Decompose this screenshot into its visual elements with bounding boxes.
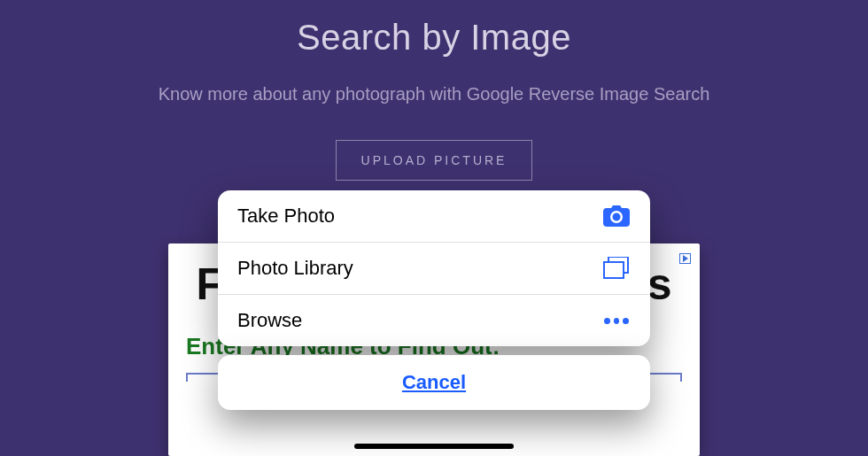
page-title: Search by Image — [0, 0, 868, 58]
svg-rect-1 — [604, 262, 624, 278]
more-icon — [602, 309, 631, 332]
home-indicator — [354, 444, 514, 449]
take-photo-option[interactable]: Take Photo — [218, 190, 650, 242]
action-sheet-options: Take Photo Photo Library Browse — [218, 190, 650, 346]
adchoices-icon[interactable] — [679, 251, 691, 265]
library-icon — [602, 257, 631, 280]
browse-label: Browse — [237, 309, 302, 332]
action-sheet-cancel-group: Cancel — [218, 355, 650, 410]
take-photo-label: Take Photo — [237, 205, 335, 228]
upload-picture-button[interactable]: UPLOAD PICTURE — [336, 140, 533, 181]
photo-library-option[interactable]: Photo Library — [218, 242, 650, 294]
browse-option[interactable]: Browse — [218, 294, 650, 346]
action-sheet: Take Photo Photo Library Browse Cancel — [218, 190, 650, 410]
page-subtitle: Know more about any photograph with Goog… — [0, 84, 868, 104]
cancel-button[interactable]: Cancel — [218, 355, 650, 410]
photo-library-label: Photo Library — [237, 257, 353, 280]
camera-icon — [602, 205, 631, 228]
